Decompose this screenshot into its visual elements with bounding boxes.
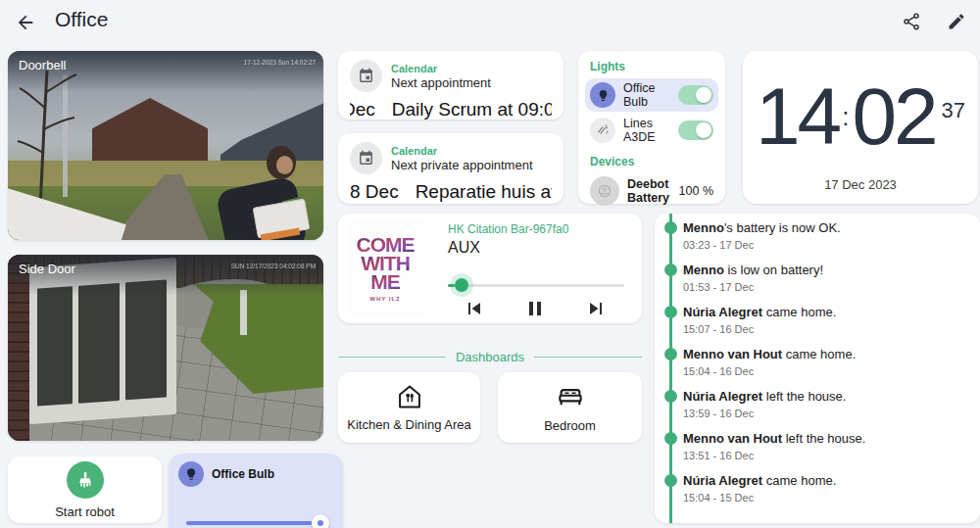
dashboard-label: Bedroom <box>544 418 596 433</box>
bulb-icon-circle[interactable] <box>590 82 615 108</box>
camera-timestamp: 17-12-2023 Sun 14:02:27 <box>243 59 316 66</box>
logbook-entity[interactable]: Menno <box>683 220 724 235</box>
pause-icon <box>523 297 547 320</box>
logbook-time: 15:04 - 15 Dec <box>683 492 974 504</box>
entity-name: Deebot Battery <box>627 177 671 205</box>
logbook-time: 15:07 - 16 Dec <box>683 323 974 335</box>
calendar-next-appointment-card[interactable]: Calendar Next appointment Dec Daily Scru… <box>338 51 564 120</box>
entity-row-deebot-battery[interactable]: Deebot Battery 100 % <box>585 173 718 209</box>
office-bulb-slider-card[interactable]: Office Bulb <box>169 454 343 528</box>
event-title: Reparatie huis at 00:00 <box>416 181 552 203</box>
card-subtitle: Next appointment <box>391 75 491 91</box>
sparkle-lines-icon <box>596 123 610 137</box>
card-section-label: Calendar <box>391 62 491 75</box>
card-section-label: Calendar <box>391 144 533 158</box>
logbook-entity[interactable]: Menno <box>683 263 724 277</box>
album-art-text: COME <box>357 235 415 254</box>
logbook-entity[interactable]: Menno van Hout <box>683 347 782 361</box>
logbook-time: 13:51 - 16 Dec <box>683 450 974 461</box>
entity-row-office-bulb[interactable]: Office Bulb <box>585 78 718 112</box>
media-player-state: AUX <box>448 239 480 257</box>
robot-vacuum-icon <box>596 182 613 200</box>
robot-icon-circle <box>67 461 104 499</box>
edit-button[interactable] <box>943 8 970 35</box>
brightness-thumb[interactable] <box>312 514 329 528</box>
pause-button[interactable] <box>522 296 548 321</box>
logbook-message: left the house. <box>782 431 865 446</box>
event-title: Daily Scrum at 09:00 on 1 <box>392 99 552 120</box>
vacuum-icon-circle <box>590 176 619 206</box>
door-pane <box>78 283 120 404</box>
toggle-knob <box>696 122 711 138</box>
dashboard-kitchen-button[interactable]: Kitchen & Dining Area <box>338 372 480 443</box>
light-strip-icon-circle[interactable] <box>590 118 615 143</box>
camera-timestamp: SUN 12/17/2023 04:02:08 PM <box>231 263 316 269</box>
calendar-icon <box>358 68 374 84</box>
logbook-message: left the house. <box>762 389 846 404</box>
event-date: Dec <box>350 99 375 120</box>
logbook-entity[interactable]: Núria Alegret <box>683 473 762 488</box>
lights-section-header: Lights <box>590 60 718 73</box>
doorbell-person <box>212 142 310 240</box>
logbook-message: came home. <box>762 305 836 319</box>
clock-hours: 14 <box>756 76 839 157</box>
lightbulb-icon <box>184 467 198 481</box>
media-player-name: HK Citation Bar-967fa0 <box>448 222 568 236</box>
logbook-entity[interactable]: Menno van Hout <box>683 431 782 446</box>
logbook-entry: Menno's battery is now OK. 03:23 - 17 De… <box>655 219 974 251</box>
clock-card: 14 : 02 37 17 Dec 2023 <box>743 51 978 204</box>
album-art-text: ME <box>370 272 400 291</box>
header: Office <box>0 0 980 45</box>
skip-next-icon <box>584 297 608 320</box>
logbook-message: is low on battery! <box>724 263 823 277</box>
logbook-message: came home. <box>782 347 856 361</box>
calendar-icon-circle <box>350 142 382 174</box>
lightbulb-icon <box>597 89 610 102</box>
camera-side-door[interactable]: Side Door SUN 12/17/2023 04:02:08 PM <box>8 255 323 441</box>
divider-line <box>338 357 446 358</box>
dashboard-bedroom-button[interactable]: Bedroom <box>498 372 642 443</box>
logbook-time: 15:04 - 16 Dec <box>683 365 974 377</box>
toggle-knob <box>696 87 711 103</box>
entity-name: Office Bulb <box>623 81 670 109</box>
volume-thumb[interactable] <box>455 278 468 292</box>
calendar-next-private-appointment-card[interactable]: Calendar Next private appointment 8 Dec … <box>338 133 564 204</box>
dashboards-divider: Dashboards <box>338 348 642 365</box>
logbook-time: 03:23 - 17 Dec <box>683 239 974 251</box>
volume-track <box>448 284 624 287</box>
door-pane <box>37 286 73 407</box>
office-bulb-toggle[interactable] <box>678 85 713 105</box>
dashboard-label: Kitchen & Dining Area <box>347 417 470 432</box>
page-title: Office <box>55 8 108 31</box>
next-track-button[interactable] <box>583 296 609 321</box>
logbook-entry: Núria Alegret came home. 15:04 - 15 Dec <box>655 472 974 504</box>
logbook-entity[interactable]: Núria Alegret <box>683 305 762 319</box>
start-robot-button[interactable]: Start robot <box>8 456 162 523</box>
divider-line <box>534 357 642 358</box>
calendar-icon-circle <box>350 60 382 92</box>
share-button[interactable] <box>898 8 925 35</box>
timeline-dot <box>664 306 677 318</box>
entity-value: 100 % <box>679 184 713 198</box>
share-icon <box>902 12 921 31</box>
logbook-entry: Menno van Hout left the house. 13:51 - 1… <box>655 430 974 461</box>
logbook-time: 01:53 - 17 Dec <box>683 281 974 293</box>
entity-row-lines-a3de[interactable]: Lines A3DE <box>585 114 718 147</box>
door-pane <box>125 279 167 400</box>
skip-previous-icon <box>463 297 486 320</box>
lines-a3de-toggle[interactable] <box>678 120 713 140</box>
logbook-time: 13:59 - 16 Dec <box>683 408 974 419</box>
brightness-slider[interactable] <box>186 514 329 528</box>
dashboard-office: Office Doorbell 17-12-20 <box>0 0 980 528</box>
album-art-credit: WHY ILZ <box>369 296 401 302</box>
clock-colon: : <box>842 102 849 132</box>
media-player-card[interactable]: COME WITH ME WHY ILZ HK Citation Bar-967… <box>338 214 642 323</box>
broom-icon <box>75 470 95 490</box>
timeline-dot <box>664 432 677 445</box>
previous-track-button[interactable] <box>462 296 487 321</box>
bulb-icon-circle[interactable] <box>178 461 204 487</box>
logbook-entity[interactable]: Núria Alegret <box>683 389 762 404</box>
camera-doorbell[interactable]: Doorbell 17-12-2023 Sun 14:02:27 <box>8 51 323 240</box>
back-button[interactable] <box>12 9 39 36</box>
volume-slider[interactable] <box>448 278 624 292</box>
